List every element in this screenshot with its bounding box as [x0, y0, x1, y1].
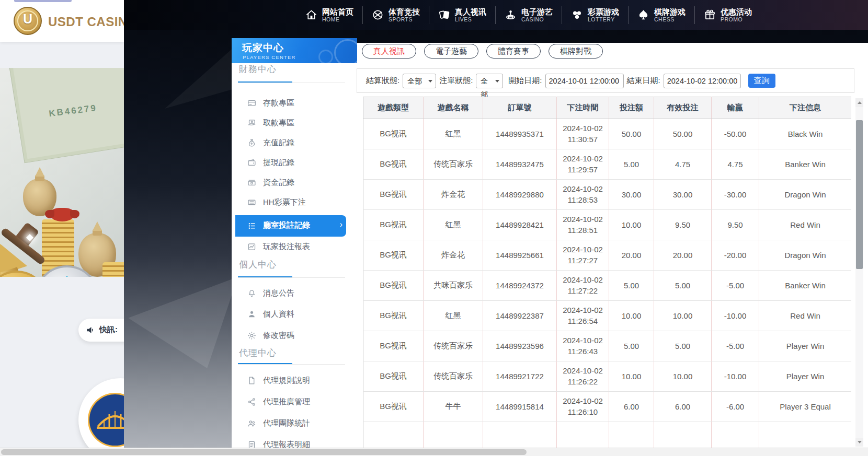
- bet-datetime: 2024-10-0211:26:43: [557, 335, 609, 357]
- cell: 2024-10-0211:27:22: [557, 271, 609, 301]
- bell-icon: [247, 289, 256, 298]
- nav-item-text: 棋牌游戏CHESS: [654, 7, 686, 23]
- cell: Red Win: [759, 301, 852, 331]
- cell: 14489935371: [483, 119, 557, 149]
- sidebar-item[interactable]: 充值記錄: [232, 135, 357, 151]
- cell: -10.00: [712, 301, 759, 331]
- table-row: BG视讯传统百家乐144899324752024-10-0211:29:575.…: [363, 149, 852, 180]
- sidebar-item[interactable]: 代理規則說明: [232, 373, 357, 389]
- order-status-select[interactable]: 全部: [476, 74, 503, 88]
- cell: 14489928421: [483, 210, 557, 240]
- sidebar-item[interactable]: 資金記錄: [232, 175, 357, 191]
- bet-datetime: 2024-10-0211:28:51: [557, 214, 609, 236]
- nav-item-label: 体育竞技: [389, 7, 420, 16]
- room-bet-record-icon: [247, 221, 256, 230]
- filter-bar: 結算狀態: 全部 注單狀態: 全部 開始日期: 結束日期: 查詢: [357, 68, 854, 93]
- sidebar-item[interactable]: 修改密碼: [232, 328, 357, 344]
- tab-4[interactable]: 棋牌對戰: [549, 44, 603, 59]
- sidebar-item[interactable]: 個人資料: [232, 307, 357, 322]
- cell: 10.00: [654, 301, 712, 331]
- cell: BG视讯: [363, 331, 424, 361]
- sidebar-item-label: 提現記錄: [263, 158, 294, 168]
- cell: 2024-10-0211:30:57: [557, 119, 609, 149]
- cell: 炸金花: [424, 180, 483, 210]
- chevron-down-icon: [428, 80, 432, 83]
- table-row: BG视讯炸金花144899256612024-10-0211:27:2720.0…: [363, 240, 852, 271]
- cell: BG视讯: [363, 210, 424, 240]
- nav-item-home[interactable]: 网站首页HOME: [296, 7, 362, 23]
- sidebar-item-label: 消息公告: [263, 288, 294, 298]
- nav-item-sublabel: PROMO: [721, 16, 752, 23]
- marquee-label: 快訊:: [99, 325, 118, 335]
- nav-item-label: 网站首页: [322, 7, 353, 16]
- cell: [483, 422, 557, 448]
- column-header: 有效投注: [654, 97, 712, 119]
- bet-datetime: 2024-10-0211:26:10: [557, 396, 609, 417]
- nav-item-lottery[interactable]: 彩票游戏LOTTERY: [562, 7, 628, 23]
- sidebar-item[interactable]: HH彩票下注: [232, 195, 357, 211]
- nav-item-sports[interactable]: 体育竞技SPORTS: [363, 7, 429, 23]
- tab-1[interactable]: 真人視訊: [362, 44, 416, 59]
- nav-item-text: 彩票游戏LOTTERY: [588, 7, 619, 23]
- cell: 共咪百家乐: [424, 271, 483, 301]
- nav-items: 网站首页HOME体育竞技SPORTS真人视讯LIVES电子游艺CASINO彩票游…: [296, 0, 761, 30]
- nav-item-text: 优惠活动PROMO: [721, 7, 752, 23]
- cell: [712, 422, 759, 448]
- sidebar-item-label: 玩家投注報表: [263, 242, 310, 252]
- bill-serial-text: KB46279: [48, 103, 98, 119]
- nav-item-casino[interactable]: 电子游艺CASINO: [496, 7, 562, 23]
- cell: 4.75: [712, 149, 759, 180]
- scroll-up-button[interactable]: [855, 98, 863, 107]
- tab-3[interactable]: 體育賽事: [486, 44, 541, 59]
- end-date-label: 結束日期:: [627, 76, 660, 86]
- cell: -20.00: [712, 240, 759, 271]
- cell: BG视讯: [363, 392, 424, 422]
- end-date-input[interactable]: [664, 74, 741, 88]
- sidebar-item[interactable]: 存款專區: [232, 96, 357, 111]
- sidebar-item[interactable]: 提現記錄: [232, 155, 357, 171]
- nav-item-promo[interactable]: 优惠活动PROMO: [695, 7, 761, 23]
- sidebar-item[interactable]: 消息公告: [232, 286, 357, 301]
- column-header: 輸贏: [712, 97, 759, 119]
- sidebar-item[interactable]: 取款專區: [232, 115, 357, 131]
- scrollbar-thumb[interactable]: [856, 120, 863, 269]
- settle-status-select[interactable]: 全部: [403, 74, 436, 88]
- sidebar-item[interactable]: 代理團隊統計: [232, 416, 357, 431]
- start-date-input[interactable]: [545, 74, 624, 88]
- brand-coin-icon[interactable]: U: [14, 7, 42, 35]
- start-date-label: 開始日期:: [508, 76, 542, 86]
- nav-item-lives[interactable]: 真人视讯LIVES: [429, 7, 495, 23]
- sidebar-item-label: 取款專區: [263, 118, 294, 128]
- scroll-down-button[interactable]: [855, 438, 863, 447]
- nav-item-label: 电子游艺: [521, 7, 553, 16]
- cell: 10.00: [609, 301, 654, 331]
- cell: 传统百家乐: [424, 149, 483, 180]
- cards-icon: [438, 9, 450, 21]
- cell: 6.00: [654, 392, 712, 422]
- scrollbar-thumb[interactable]: [1, 449, 527, 455]
- tab-2[interactable]: 電子遊藝: [424, 44, 478, 59]
- nav-item-chess[interactable]: 棋牌游戏CHESS: [629, 7, 694, 23]
- decor-triangle: [165, 46, 235, 109]
- red-bow-graphic: [50, 208, 74, 221]
- page: U USDT CASINO KB46279 ฿: [0, 0, 868, 456]
- cell: 5.00: [654, 271, 712, 301]
- table-header-row: 遊戲類型遊戲名稱訂單號下注時間投注額有效投注輸贏下注信息: [363, 97, 852, 119]
- table-vertical-scrollbar[interactable]: [855, 98, 863, 447]
- funds-record-icon: [247, 178, 256, 187]
- cell: 10.00: [654, 361, 712, 392]
- cell: -50.00: [712, 119, 759, 149]
- sidebar-item-active[interactable]: 廳室投註記錄›: [235, 215, 346, 237]
- cell: Red Win: [759, 210, 852, 240]
- search-button[interactable]: 查詢: [748, 74, 775, 88]
- cell: 9.50: [712, 210, 759, 240]
- cell: -30.00: [712, 180, 759, 210]
- table-row: [363, 422, 852, 448]
- table-row: BG视讯红黑144899284212024-10-0211:28:5110.00…: [363, 210, 852, 240]
- column-header: 遊戲名稱: [424, 97, 483, 119]
- sidebar-item[interactable]: 代理推廣管理: [232, 394, 357, 410]
- cell: 2024-10-0211:26:54: [557, 301, 609, 331]
- sidebar-item[interactable]: 玩家投注報表: [232, 239, 357, 255]
- horizontal-scrollbar[interactable]: [0, 448, 868, 456]
- cell: Black Win: [759, 119, 852, 149]
